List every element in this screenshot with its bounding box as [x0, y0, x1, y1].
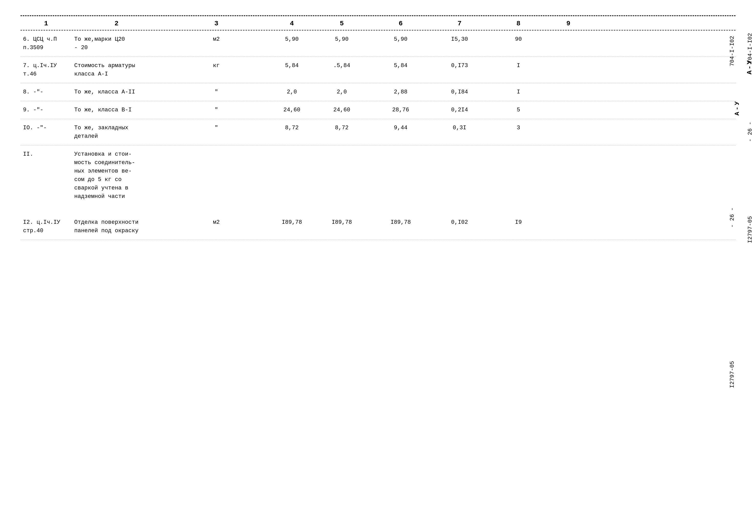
- row7-unit: кг: [161, 62, 271, 70]
- row12-ref: I2. ц.Iч.IУ стр.40: [20, 218, 72, 235]
- table-wrapper: 1 2 3 4 5 6 7 8 9 6. ЦСЦ ч.П п.3509 То ж…: [20, 15, 736, 240]
- row7-col7: 0,I73: [430, 62, 489, 70]
- row7-desc-line1: Стоимость арматуры: [74, 62, 159, 70]
- row8-col5: 2,0: [312, 88, 371, 96]
- row7-ref-line1: 7. ц.Iч.IУ: [23, 62, 69, 70]
- row6-col6: 5,90: [371, 35, 430, 43]
- row6-desc-line2: - 20: [74, 43, 159, 52]
- row9-col8: 5: [489, 106, 548, 114]
- row12-desc-line2: панелей под окраску: [74, 226, 159, 235]
- row10-col6: 9,44: [371, 124, 430, 132]
- annotation-ay: А-У: [746, 59, 753, 74]
- row8-col7: 0,I84: [430, 88, 489, 96]
- row9-desc: То же, класса В-I: [72, 106, 161, 114]
- row6-desc-line1: То же,марки Ц20: [74, 35, 159, 43]
- row7-col4: 5,84: [271, 62, 312, 70]
- row7-col6: 5,84: [371, 62, 430, 70]
- row6-ref-line2: п.3509: [23, 43, 69, 52]
- row9-col7: 0,2I4: [430, 106, 489, 114]
- row7-desc: Стоимость арматуры класса А-I: [72, 62, 161, 78]
- header-row: 1 2 3 4 5 6 7 8 9: [20, 17, 736, 31]
- right-annotation-704: 704-I-I02: [729, 36, 736, 66]
- annotation-704: 704-I-I02: [747, 33, 753, 64]
- row7-ref-line2: т.46: [23, 70, 69, 78]
- row6-ref-line1: 6. ЦСЦ ч.П: [23, 35, 69, 43]
- row8-col6: 2,88: [371, 88, 430, 96]
- row12-ref-line1: I2. ц.Iч.IУ: [23, 218, 69, 226]
- row10-col8: 3: [489, 124, 548, 132]
- table-row: I2. ц.Iч.IУ стр.40 Отделка поверхности п…: [20, 214, 736, 240]
- row9-col5: 24,60: [312, 106, 371, 114]
- table-row: 7. ц.Iч.IУ т.46 Стоимость арматуры класс…: [20, 57, 736, 83]
- row12-ref-line2: стр.40: [23, 226, 69, 235]
- row7-col5: .5,84: [312, 62, 371, 70]
- table-row: IO. -"- То же, закладных деталей " 8,72 …: [20, 119, 736, 146]
- right-annotation-neg26: - 26 -: [729, 207, 736, 227]
- row10-col5: 8,72: [312, 124, 371, 132]
- row6-col4: 5,90: [271, 35, 312, 43]
- row11-ref: II.: [20, 150, 72, 158]
- table-row: 9. -"- То же, класса В-I " 24,60 24,60 2…: [20, 101, 736, 119]
- row8-desc: То же, класса А-II: [72, 88, 161, 96]
- row11-desc-line2: мость соединитель-: [74, 158, 159, 167]
- table-row: 6. ЦСЦ ч.П п.3509 То же,марки Ц20 - 20 м…: [20, 31, 736, 57]
- row10-ref-line1: IO. -"-: [23, 124, 69, 132]
- right-annotation-ay: А-У: [734, 100, 741, 116]
- header-col-1: 1: [20, 20, 72, 27]
- row11-ref-line1: II.: [23, 150, 69, 158]
- row7-col8: I: [489, 62, 548, 70]
- table-row: 8. -"- То же, класса А-II " 2,0 2,0 2,88…: [20, 83, 736, 101]
- row12-desc-line1: Отделка поверхности: [74, 218, 159, 226]
- row10-ref: IO. -"-: [20, 124, 72, 132]
- annotation-neg26: - 26 -: [747, 121, 753, 142]
- row10-desc-line1: То же, закладных: [74, 124, 159, 132]
- row9-col4: 24,60: [271, 106, 312, 114]
- header-col-7: 7: [430, 20, 489, 27]
- row9-ref-line1: 9. -"-: [23, 106, 69, 114]
- row6-col7: I5,30: [430, 35, 489, 43]
- row11-desc-line6: надземной части: [74, 192, 159, 201]
- row12-col4: I89,78: [271, 218, 312, 226]
- row10-col4: 8,72: [271, 124, 312, 132]
- header-col-4: 4: [271, 20, 312, 27]
- row12-col8: I9: [489, 218, 548, 226]
- row9-ref: 9. -"-: [20, 106, 72, 114]
- row8-ref: 8. -"-: [20, 88, 72, 96]
- row8-col8: I: [489, 88, 548, 96]
- row11-desc-line4: сом до 5 кг со: [74, 175, 159, 184]
- row8-ref-line1: 8. -"-: [23, 88, 69, 96]
- header-col-5: 5: [312, 20, 371, 27]
- row10-desc-line2: деталей: [74, 132, 159, 141]
- row10-unit: ": [161, 124, 271, 132]
- row12-col6: I89,78: [371, 218, 430, 226]
- row6-desc: То же,марки Ц20 - 20: [72, 35, 161, 52]
- page-wrapper: 1 2 3 4 5 6 7 8 9 6. ЦСЦ ч.П п.3509 То ж…: [20, 15, 736, 240]
- row12-col5: I89,78: [312, 218, 371, 226]
- row6-ref: 6. ЦСЦ ч.П п.3509: [20, 35, 72, 52]
- top-border: [20, 15, 736, 16]
- row9-unit: ": [161, 106, 271, 114]
- row12-col7: 0,I02: [430, 218, 489, 226]
- row11-desc: Установка и стои- мость соединитель- ных…: [72, 150, 161, 201]
- row11-desc-line3: ных элементов ве-: [74, 167, 159, 175]
- row8-desc-line1: То же, класса А-II: [74, 88, 159, 96]
- row6-col8: 90: [489, 35, 548, 43]
- annotation-12797: I2797-05: [747, 216, 753, 243]
- row12-desc: Отделка поверхности панелей под окраску: [72, 218, 161, 235]
- row12-unit: м2: [161, 218, 271, 226]
- table-row: II. Установка и стои- мость соединитель-…: [20, 146, 736, 208]
- row8-col4: 2,0: [271, 88, 312, 96]
- header-col-9: 9: [548, 20, 589, 27]
- row11-desc-line1: Установка и стои-: [74, 150, 159, 158]
- row6-col5: 5,90: [312, 35, 371, 43]
- row10-desc: То же, закладных деталей: [72, 124, 161, 141]
- header-col-2: 2: [72, 20, 161, 27]
- right-annotation-12797: I2797-05: [729, 361, 736, 388]
- row6-unit: м2: [161, 35, 271, 43]
- row7-ref: 7. ц.Iч.IУ т.46: [20, 62, 72, 78]
- row9-col6: 28,76: [371, 106, 430, 114]
- header-col-8: 8: [489, 20, 548, 27]
- row9-desc-line1: То же, класса В-I: [74, 106, 159, 114]
- row7-desc-line2: класса А-I: [74, 70, 159, 78]
- header-col-6: 6: [371, 20, 430, 27]
